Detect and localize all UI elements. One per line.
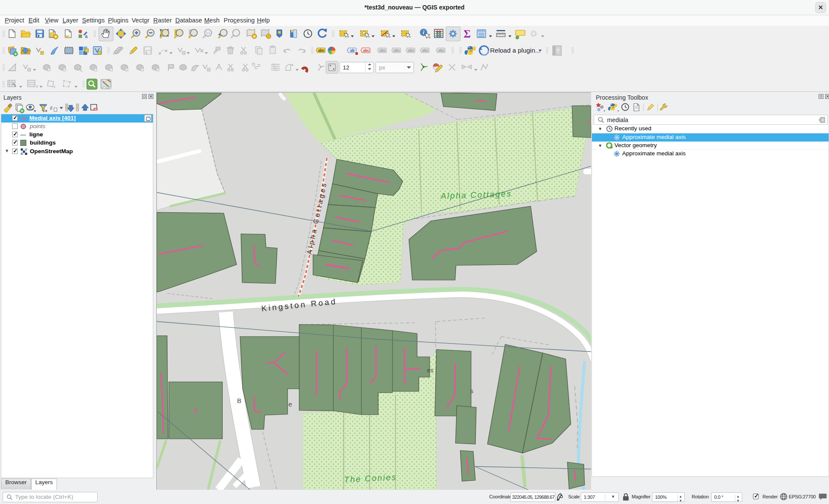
svg-text:abc: abc: [318, 48, 325, 53]
svg-text:abc: abc: [408, 48, 414, 53]
svg-text:abc: abc: [380, 48, 386, 53]
svg-text:12: 12: [343, 64, 349, 71]
svg-text:abc: abc: [438, 48, 445, 53]
svg-text:Σ: Σ: [464, 28, 471, 40]
svg-text:ε: ε: [50, 104, 53, 111]
svg-text:px: px: [379, 64, 386, 71]
svg-text:abc: abc: [394, 48, 400, 53]
svg-text:a: a: [85, 34, 88, 39]
svg-text:✳: ✳: [253, 35, 256, 39]
svg-text:e: e: [288, 400, 292, 408]
svg-text:ε: ε: [54, 84, 56, 89]
svg-text:B: B: [237, 397, 241, 404]
svg-text:?: ?: [556, 47, 560, 54]
svg-text:1:1: 1:1: [206, 32, 210, 35]
svg-text:ab: ab: [350, 48, 354, 53]
svg-text:ε: ε: [36, 83, 38, 88]
svg-text:abc: abc: [422, 48, 429, 53]
svg-text:Reload a plugin...: Reload a plugin...: [490, 47, 541, 54]
svg-text:es: es: [427, 367, 433, 374]
svg-text:abc: abc: [363, 48, 370, 53]
svg-text:s: s: [470, 387, 473, 394]
